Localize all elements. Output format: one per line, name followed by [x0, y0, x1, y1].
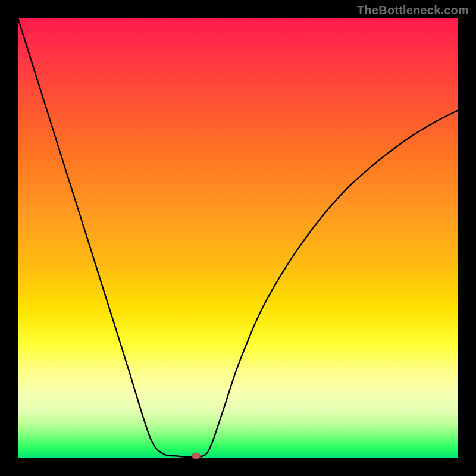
watermark-text: TheBottleneck.com [357, 4, 469, 17]
chart-frame: TheBottleneck.com [0, 0, 476, 476]
curve-layer [18, 18, 458, 458]
minimum-marker [192, 453, 201, 459]
bottleneck-curve [18, 18, 458, 457]
plot-gradient-area [18, 18, 458, 458]
